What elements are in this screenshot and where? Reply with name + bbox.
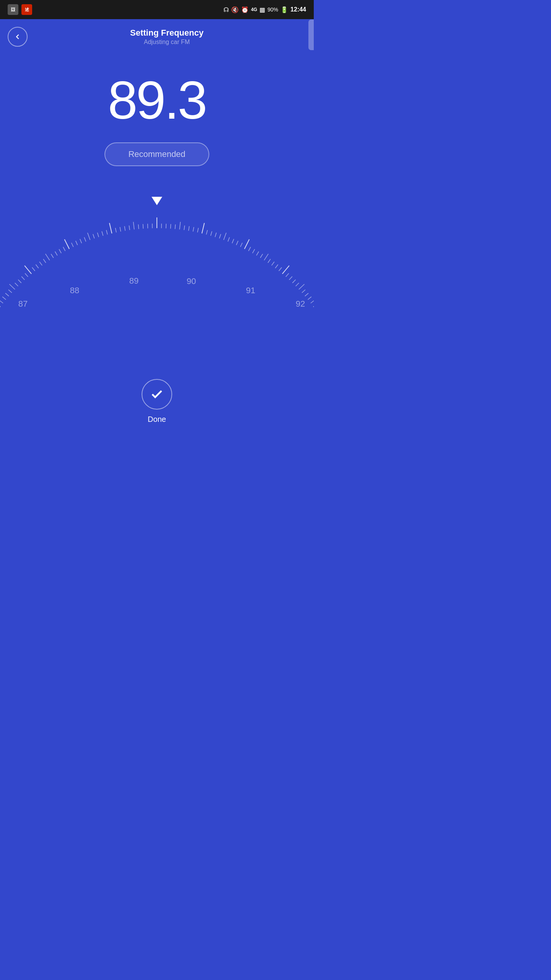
svg-line-79 xyxy=(240,243,242,247)
svg-line-47 xyxy=(97,233,99,237)
dial-label-87: 87 xyxy=(18,299,28,309)
svg-line-76 xyxy=(228,237,230,242)
svg-line-84 xyxy=(260,254,262,258)
svg-line-34 xyxy=(43,259,46,263)
svg-line-42 xyxy=(76,241,78,245)
svg-line-86 xyxy=(268,259,271,263)
svg-line-73 xyxy=(215,233,217,237)
checkmark-icon xyxy=(150,387,164,401)
svg-line-68 xyxy=(193,227,194,232)
svg-line-94 xyxy=(296,283,299,286)
recommended-badge[interactable]: Recommended xyxy=(104,142,209,166)
svg-line-91 xyxy=(286,273,289,277)
back-button[interactable] xyxy=(8,27,28,47)
dial-container[interactable]: 87 88 89 90 91 92 xyxy=(0,197,314,318)
svg-line-97 xyxy=(305,293,308,296)
svg-line-74 xyxy=(219,234,221,238)
svg-line-99 xyxy=(311,301,314,303)
dial-pointer-arrow xyxy=(152,197,162,205)
svg-line-29 xyxy=(25,273,28,277)
svg-line-38 xyxy=(59,249,61,253)
page-title: Setting Frequency xyxy=(28,28,306,38)
svg-line-89 xyxy=(279,267,282,271)
svg-line-44 xyxy=(84,237,86,242)
svg-line-32 xyxy=(36,265,38,268)
svg-line-70 xyxy=(202,223,204,234)
svg-line-75 xyxy=(223,233,226,240)
header-title-block: Setting Frequency Adjusting car FM xyxy=(28,28,306,46)
svg-line-71 xyxy=(206,230,207,235)
svg-line-62 xyxy=(166,224,166,229)
svg-line-50 xyxy=(109,223,112,234)
scroll-indicator xyxy=(308,20,314,50)
svg-line-95 xyxy=(299,284,305,289)
svg-line-43 xyxy=(80,239,82,243)
svg-line-45 xyxy=(88,233,90,240)
svg-line-39 xyxy=(63,247,65,251)
bluetooth-icon: ☊ xyxy=(223,6,229,13)
svg-line-77 xyxy=(232,239,234,243)
dial-label-90: 90 xyxy=(187,276,196,286)
svg-line-100 xyxy=(313,301,314,307)
svg-line-27 xyxy=(18,280,21,283)
chevron-left-icon xyxy=(13,33,22,41)
svg-line-37 xyxy=(55,252,57,255)
svg-line-31 xyxy=(32,267,35,271)
frequency-value: 89.3 xyxy=(108,74,206,127)
dial-svg-wrapper: 87 88 89 90 91 92 xyxy=(0,209,314,318)
svg-line-65 xyxy=(179,222,180,230)
svg-line-28 xyxy=(21,276,24,280)
mute-icon: 🔇 xyxy=(231,6,239,13)
svg-line-66 xyxy=(184,225,185,230)
svg-line-67 xyxy=(189,226,189,231)
battery-percentage: 90% xyxy=(267,7,278,13)
svg-line-78 xyxy=(236,241,238,245)
svg-line-26 xyxy=(15,283,18,286)
svg-line-85 xyxy=(264,254,268,260)
svg-line-22 xyxy=(2,297,6,300)
svg-line-51 xyxy=(115,228,116,232)
svg-line-46 xyxy=(93,234,95,238)
svg-line-83 xyxy=(256,252,259,255)
svg-line-90 xyxy=(282,266,289,274)
main-content: 89.3 Recommended 87 88 89 90 91 92 xyxy=(0,51,314,447)
signal-icon: ▩ xyxy=(259,6,265,13)
svg-line-96 xyxy=(302,290,305,293)
svg-line-64 xyxy=(175,224,175,229)
svg-line-33 xyxy=(39,262,42,266)
svg-line-40 xyxy=(65,239,70,249)
done-button[interactable] xyxy=(142,379,172,410)
frequency-dial: 87 88 89 90 91 92 xyxy=(0,209,314,316)
svg-line-52 xyxy=(120,227,121,232)
svg-line-35 xyxy=(46,254,50,260)
dial-label-92: 92 xyxy=(296,299,305,309)
alarm-icon: ⏰ xyxy=(241,6,249,13)
svg-line-87 xyxy=(272,262,274,266)
svg-line-57 xyxy=(143,224,143,229)
dial-label-91: 91 xyxy=(246,286,255,295)
svg-line-24 xyxy=(8,290,12,293)
svg-line-93 xyxy=(292,280,295,283)
svg-line-82 xyxy=(253,249,255,253)
svg-line-98 xyxy=(308,297,311,300)
svg-line-54 xyxy=(129,225,130,230)
4g-icon: 4G xyxy=(251,7,257,12)
svg-line-20 xyxy=(0,301,0,307)
svg-line-69 xyxy=(197,228,198,232)
done-section: Done xyxy=(142,379,172,447)
svg-line-92 xyxy=(289,276,292,280)
svg-line-88 xyxy=(275,265,278,268)
svg-line-30 xyxy=(24,266,31,274)
svg-line-21 xyxy=(0,301,3,303)
header: Setting Frequency Adjusting car FM xyxy=(0,19,314,51)
svg-line-58 xyxy=(148,224,148,229)
dial-label-88: 88 xyxy=(70,286,79,295)
svg-line-53 xyxy=(124,226,125,231)
clock: 12:44 xyxy=(290,6,306,13)
svg-line-72 xyxy=(211,231,212,236)
status-bar-right: ☊ 🔇 ⏰ 4G ▩ 90% 🔋 12:44 xyxy=(223,6,306,13)
svg-line-55 xyxy=(133,222,134,230)
app-icon-gallery: 🖼 xyxy=(8,4,18,15)
status-bar-left: 🖼 述 xyxy=(8,4,32,15)
svg-line-81 xyxy=(248,247,251,251)
